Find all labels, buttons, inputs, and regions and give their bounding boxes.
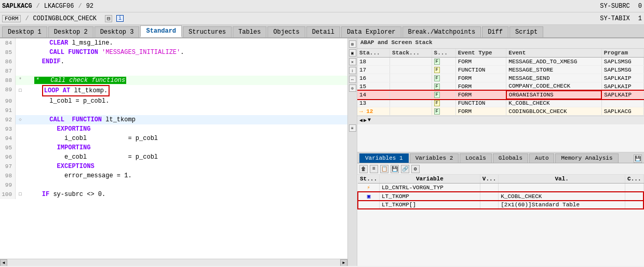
tab-objects[interactable]: Objects — [267, 26, 305, 37]
side-icon-2[interactable]: ▣ — [349, 49, 356, 57]
stack-row-12[interactable]: → 12 F FORM CODINGBLOCK_CHECK SAPLKACG — [357, 107, 644, 116]
stack-table-container[interactable]: Sta... Stack... S... Event Type Event Pr… — [357, 49, 644, 116]
stack-right-arrow[interactable]: ▶ — [364, 117, 367, 123]
stack-col-program: Program — [601, 49, 643, 58]
vars-toolbar: 🗑 ≡ 📋 💾 🔗 ⚙ — [357, 163, 644, 175]
line-content-87 — [25, 66, 347, 76]
var-row-lt-tkomp-arr[interactable]: LT_TKOMP[] [2x1(60)]Standard Table — [358, 201, 643, 209]
tab-desktop3[interactable]: Desktop 3 — [95, 26, 140, 37]
vtab-memory-analysis[interactable]: Memory Analysis — [555, 153, 618, 163]
stack-left-arrow[interactable]: ◀ — [359, 117, 363, 123]
module-name: LKACGF06 — [44, 3, 74, 10]
line-content-85: CALL FUNCTION 'MESSAGES_INITIALIZE'. — [25, 48, 347, 57]
var-row-lt-tkomp[interactable]: ▣ LT_TKOMP K_COBL_CHECK — [358, 192, 643, 201]
code-line-92: 92 ◇ CALL FUNCTION lt_tkomp — [0, 115, 347, 124]
line-num-95: 95 — [0, 143, 16, 152]
icon-info[interactable]: i — [116, 15, 124, 22]
toolbar-delete[interactable]: 🗑 — [359, 165, 368, 173]
code-lines: 84 CLEAR l_msg_line. 85 CALL FUNCTION 'M… — [0, 38, 347, 199]
side-icon-scroll[interactable]: ≡ — [349, 124, 356, 132]
tab-breakpoints[interactable]: Break./Watchpoints — [403, 26, 481, 37]
var-row-ld-cntrl[interactable]: ⚡ LD_CNTRL-VORGN_TYP — [358, 184, 643, 192]
stack-row-16[interactable]: 16 F FORM MESSAGE_SEND SAPLKAIP — [357, 74, 644, 82]
line-content-98: error_message = 1. — [25, 171, 347, 180]
tab-structures[interactable]: Structures — [183, 26, 232, 37]
tab-tables[interactable]: Tables — [233, 26, 266, 37]
vars-table-wrapper[interactable]: St... Variable V... Val. C... ⚡ LD_CNTRL… — [357, 175, 644, 266]
vtab-locals[interactable]: Locals — [460, 153, 492, 163]
stack-down-arrow[interactable]: ▼ — [368, 117, 371, 123]
toolbar-save[interactable]: 💾 — [391, 165, 399, 173]
side-icon-5[interactable]: ↔ — [349, 76, 356, 83]
toolbar-link[interactable]: 🔗 — [401, 165, 409, 173]
stack-cell-program: SAPLSMSG — [601, 58, 643, 66]
tab-script[interactable]: Script — [509, 26, 543, 37]
line-num-98: 98 — [0, 171, 16, 180]
side-icon-3[interactable]: ✕ — [349, 58, 356, 65]
code-area[interactable]: 84 CLEAR l_msg_line. 85 CALL FUNCTION 'M… — [0, 38, 347, 259]
icon-monitor[interactable]: ⊟ — [105, 15, 112, 22]
line-content-99 — [25, 180, 347, 190]
side-icon-4[interactable]: ↕ — [349, 67, 356, 74]
code-line-85: 85 CALL FUNCTION 'MESSAGES_INITIALIZE'. — [0, 48, 347, 57]
stack-row-15[interactable]: 15 F FORM COMPANY_CODE_CHECK SAPLKAIP — [357, 82, 644, 91]
vars-panel: Variables 1 Variables 2 Locals Globals A… — [357, 152, 644, 266]
line-content-92: CALL FUNCTION lt_tkomp — [25, 115, 347, 124]
tab-standard[interactable]: Standard — [140, 25, 182, 37]
vtab-variables2[interactable]: Variables 2 — [410, 153, 459, 163]
stack-row-13[interactable]: 13 F FUNCTION K_COBL_CHECK — [357, 99, 644, 107]
line-num-92: 92 — [0, 115, 16, 124]
line-content-94: i_cobl = p_cobl — [25, 134, 347, 143]
scroll-track[interactable] — [8, 261, 339, 265]
line-num-99: 99 — [0, 180, 16, 190]
var-name-ld-cntrl: LD_CNTRL-VORGN_TYP — [380, 184, 480, 192]
tab-desktop2[interactable]: Desktop 2 — [48, 26, 93, 37]
code-line-93: 93 EXPORTING — [0, 124, 347, 134]
program-name: SAPLKACG — [2, 3, 32, 10]
stack-row-18[interactable]: 18 F FORM MESSAGE_ADD_TO_XMESG SAPLSMSG — [357, 58, 644, 66]
side-icon-1[interactable]: ⊞ — [349, 40, 356, 48]
stack-table: Sta... Stack... S... Event Type Event Pr… — [357, 49, 644, 116]
toolbar-settings[interactable]: ⚙ — [411, 165, 420, 173]
scroll-left-arrow[interactable]: ◀ — [0, 259, 7, 266]
code-line-99: 99 — [0, 180, 347, 190]
code-line-97: 97 EXCEPTIONS — [0, 162, 347, 171]
var-col-c: C... — [625, 175, 643, 184]
var-name-lt-tkomp: LT_TKOMP — [380, 192, 480, 201]
tab-diff[interactable]: Diff — [482, 26, 508, 37]
code-line-89: 89 □ LOOP AT lt_tkomp. — [0, 85, 347, 96]
line-content-97: EXCEPTIONS — [25, 162, 347, 171]
line-content-90: l_cobl = p_cobl. — [25, 96, 347, 106]
code-line-84: 84 CLEAR l_msg_line. — [0, 38, 347, 48]
right-panel: ABAP and Screen Stack Sta... Stack... S.… — [357, 38, 644, 266]
code-line-95: 95 IMPORTING — [0, 143, 347, 152]
side-icon-6[interactable]: ⊙ — [349, 85, 356, 92]
vars-save-icon[interactable]: 💾 — [634, 154, 642, 163]
line-content-100: IF sy-subrc <> 0. — [25, 190, 347, 199]
stack-row-17[interactable]: 17 F FUNCTION MESSAGE_STORE SAPLSMSG — [357, 66, 644, 74]
scroll-right-arrow[interactable]: ▶ — [340, 259, 347, 266]
vtab-globals[interactable]: Globals — [493, 153, 528, 163]
code-bottom-scrollbar[interactable]: ◀ ▶ — [0, 259, 347, 266]
stack-row-14[interactable]: 14 F FORM ORGANISATIONS SAPLKAIP — [357, 91, 644, 99]
tab-data-explorer[interactable]: Data Explorer — [341, 26, 401, 37]
stack-bottom-nav: ◀ ▶ ▼ — [357, 116, 644, 124]
line-content-96: e_cobl = p_cobl — [25, 152, 347, 162]
vtab-auto[interactable]: Auto — [529, 153, 554, 163]
toolbar-list[interactable]: ≡ — [370, 165, 378, 173]
line-num-96: 96 — [0, 152, 16, 162]
tab-desktop1[interactable]: Desktop 1 — [2, 26, 47, 37]
stack-cell-event: MESSAGE_ADD_TO_XMESG — [506, 58, 602, 66]
tab-detail[interactable]: Detail — [306, 26, 340, 37]
stack-col-event: Event — [506, 49, 602, 58]
vtab-variables1[interactable]: Variables 1 — [359, 153, 409, 163]
vars-tabs: Variables 1 Variables 2 Locals Globals A… — [357, 152, 644, 163]
sy-subrc-label: SY-SUBRC — [600, 3, 630, 10]
line-content-84: CLEAR l_msg_line. — [25, 38, 347, 48]
line-num-100: 100 — [0, 190, 16, 199]
sy-subrc-value: 0 — [638, 3, 642, 10]
code-line-87: 87 — [0, 66, 347, 76]
main-area: 84 CLEAR l_msg_line. 85 CALL FUNCTION 'M… — [0, 38, 644, 266]
toolbar-copy[interactable]: 📋 — [380, 165, 388, 173]
line-num-93: 93 — [0, 124, 16, 134]
